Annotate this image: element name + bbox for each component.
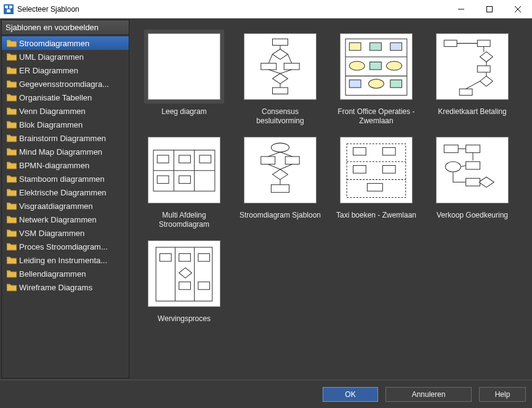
svg-rect-77 <box>466 178 480 186</box>
template-thumbnail <box>436 137 509 203</box>
sidebar-item[interactable]: Proces Stroomdiagram... <box>2 240 129 253</box>
sidebar-item-label: Elektrische Diagrammen <box>19 188 107 197</box>
sidebar-item[interactable]: Mind Map Diagrammen <box>2 145 129 158</box>
sidebar-item[interactable]: Bellendiagrammen <box>2 267 129 280</box>
sidebar-item-label: Venn Diagrammen <box>19 107 86 116</box>
svg-line-20 <box>280 70 292 73</box>
sidebar-item-label: UML Diagrammen <box>19 52 84 62</box>
template-thumbnail <box>244 137 316 203</box>
sidebar-item-label: Stamboom diagrammen <box>19 174 105 184</box>
sidebar: Sjablonen en voorbeelden Stroomdiagramme… <box>1 20 129 378</box>
help-button[interactable]: Help <box>479 387 526 402</box>
svg-rect-25 <box>349 43 361 50</box>
sidebar-item[interactable]: Brainstorm Diagrammen <box>2 131 129 145</box>
sidebar-item[interactable]: BPMN-diagrammen <box>2 158 129 172</box>
svg-marker-76 <box>478 177 494 187</box>
svg-rect-82 <box>179 254 191 261</box>
minimize-button[interactable] <box>447 0 475 18</box>
svg-rect-37 <box>477 66 490 72</box>
svg-rect-72 <box>444 145 458 152</box>
ok-button[interactable]: OK <box>323 387 378 402</box>
sidebar-item-label: Brainstorm Diagrammen <box>19 134 106 143</box>
sidebar-item-label: Bellendiagrammen <box>19 269 86 279</box>
svg-rect-73 <box>466 145 480 152</box>
template-card[interactable]: Consensus besluitvorming <box>238 30 323 126</box>
sidebar-item[interactable]: Elektrische Diagrammen <box>2 186 129 199</box>
template-label: Verkoop Goedkeuring <box>437 211 508 229</box>
sidebar-item-label: VSM Diagrammen <box>19 229 84 238</box>
svg-point-74 <box>445 161 461 172</box>
sidebar-item-label: Mind Map Diagrammen <box>19 147 102 157</box>
sidebar-item-label: Organisatie Tabellen <box>19 93 92 102</box>
template-card[interactable]: Multi Afdeling Stroomdiagram <box>142 133 227 229</box>
template-thumbnail <box>148 240 220 307</box>
template-thumbnail <box>436 33 509 100</box>
sidebar-item[interactable]: Stroomdiagrammen <box>2 36 129 50</box>
svg-point-30 <box>387 61 402 70</box>
svg-rect-81 <box>159 254 171 261</box>
template-card[interactable]: Verkoop Goedkeuring <box>430 133 515 229</box>
template-card[interactable]: Taxi boeken - Zwemlaan <box>334 133 419 229</box>
svg-point-32 <box>369 80 384 89</box>
svg-rect-51 <box>200 155 211 163</box>
svg-line-59 <box>268 152 280 157</box>
svg-line-18 <box>288 54 291 63</box>
svg-rect-3 <box>7 10 10 12</box>
svg-rect-86 <box>198 282 210 289</box>
maximize-button[interactable] <box>475 0 504 18</box>
template-label: Stroomdiagram Sjabloon <box>240 211 321 229</box>
svg-line-44 <box>466 81 480 89</box>
svg-rect-70 <box>382 166 395 173</box>
template-thumbnail <box>244 33 316 100</box>
sidebar-item[interactable]: VSM Diagrammen <box>2 226 129 240</box>
svg-rect-7 <box>487 6 493 12</box>
svg-point-28 <box>349 61 365 70</box>
sidebar-item[interactable]: Stamboom diagrammen <box>2 172 129 186</box>
sidebar-item[interactable]: Leiding en Instrumenta... <box>2 253 129 267</box>
svg-line-60 <box>280 152 292 157</box>
template-thumbnail <box>148 33 220 100</box>
sidebar-item[interactable]: Blok Diagrammen <box>2 118 129 131</box>
template-thumbnail <box>340 33 413 100</box>
sidebar-item-label: BPMN-diagrammen <box>19 161 89 170</box>
cancel-button[interactable]: Annuleren <box>385 387 472 402</box>
template-label: Multi Afdeling Stroomdiagram <box>142 211 227 229</box>
sidebar-item-label: Gegevensstroomdiagra... <box>19 80 109 89</box>
template-card[interactable]: Leeg diagram <box>142 30 227 126</box>
svg-rect-71 <box>367 184 382 191</box>
template-label: Taxi boeken - Zwemlaan <box>336 211 416 229</box>
window-title: Selecteer Sjabloon <box>17 5 79 14</box>
sidebar-item-label: ER Diagrammen <box>19 66 78 75</box>
svg-rect-26 <box>370 43 382 50</box>
sidebar-item-label: Netwerk Diagrammen <box>19 215 97 224</box>
sidebar-item-label: Blok Diagrammen <box>19 120 83 129</box>
sidebar-item-label: Proces Stroomdiagram... <box>19 242 108 251</box>
svg-rect-56 <box>285 157 299 164</box>
sidebar-item[interactable]: Organisatie Tabellen <box>2 91 129 104</box>
template-label: Kredietkaart Betaling <box>438 107 506 126</box>
svg-marker-57 <box>273 169 288 180</box>
close-button[interactable] <box>504 0 532 18</box>
sidebar-item[interactable]: ER Diagrammen <box>2 63 129 77</box>
sidebar-header: Sjablonen en voorbeelden <box>2 20 129 35</box>
sidebar-item-label: Visgraatdiagrammen <box>19 202 93 211</box>
svg-rect-50 <box>179 155 191 163</box>
sidebar-item[interactable]: Wireframe Diagrams <box>2 280 129 294</box>
svg-rect-68 <box>382 147 395 155</box>
sidebar-item[interactable]: Netwerk Diagrammen <box>2 213 129 226</box>
template-card[interactable]: Kredietkaart Betaling <box>430 30 515 126</box>
sidebar-item[interactable]: UML Diagrammen <box>2 50 129 63</box>
svg-marker-38 <box>480 76 493 86</box>
svg-marker-11 <box>273 49 288 60</box>
template-card[interactable]: Stroomdiagram Sjabloon <box>238 133 323 229</box>
sidebar-item[interactable]: Visgraatdiagrammen <box>2 199 129 213</box>
template-card[interactable]: Front Office Operaties - Zwemlaan <box>334 30 419 126</box>
svg-rect-1 <box>5 6 8 8</box>
sidebar-item[interactable]: Gegevensstroomdiagra... <box>2 77 129 91</box>
dialog-footer: OK Annuleren Help <box>0 380 532 408</box>
template-card[interactable]: Wervingsproces <box>142 237 227 333</box>
sidebar-item-label: Stroomdiagrammen <box>19 39 89 48</box>
svg-rect-10 <box>273 39 288 45</box>
template-thumbnail <box>340 137 413 203</box>
sidebar-item[interactable]: Venn Diagrammen <box>2 104 129 118</box>
